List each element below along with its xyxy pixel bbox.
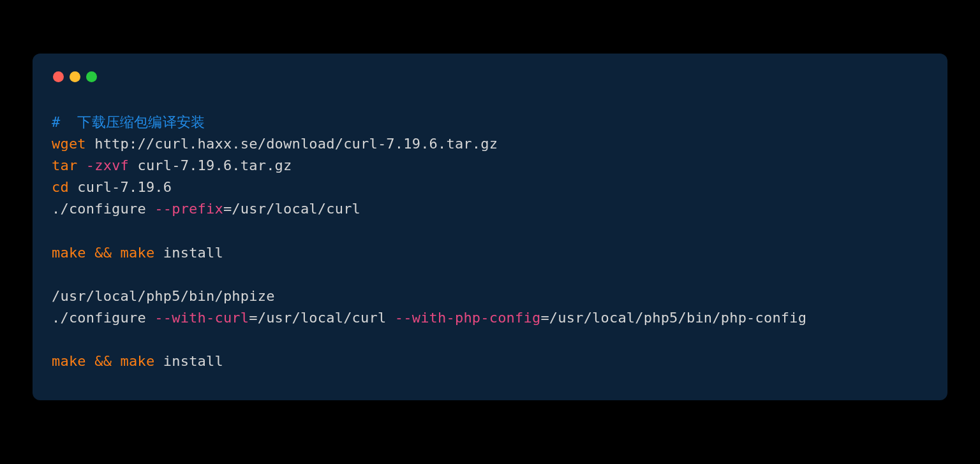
window-close-button[interactable] <box>53 71 64 82</box>
code-token: --with-php-config <box>395 310 541 326</box>
code-token: install <box>154 245 223 261</box>
code-token: && <box>94 353 112 369</box>
code-token <box>52 331 60 347</box>
code-token: && <box>94 245 112 261</box>
window-maximize-button[interactable] <box>86 71 97 82</box>
code-token <box>77 157 85 173</box>
code-token <box>86 245 94 261</box>
code-token: --prefix <box>154 201 223 217</box>
code-token: =/usr/local/curl <box>249 310 395 326</box>
code-token: /usr/local/php5/bin/phpize <box>52 288 275 304</box>
code-token: ./configure <box>52 201 154 217</box>
terminal-window: # 下载压缩包编译安装 wget http://curl.haxx.se/dow… <box>33 54 947 400</box>
code-token: tar <box>52 157 77 173</box>
code-token: make <box>52 353 86 369</box>
code-token <box>52 266 60 282</box>
window-minimize-button[interactable] <box>70 71 80 82</box>
code-token: curl-7.19.6 <box>69 179 172 195</box>
code-token: =/usr/local/php5/bin/php-config <box>540 310 806 326</box>
code-token: http://curl.haxx.se/download/curl-7.19.6… <box>86 136 498 152</box>
code-token <box>86 353 94 369</box>
code-token: --with-curl <box>154 310 249 326</box>
code-token: -zxvf <box>86 157 129 173</box>
code-token: curl-7.19.6.tar.gz <box>129 157 292 173</box>
code-token: =/usr/local/curl <box>223 201 360 217</box>
code-token: wget <box>52 136 86 152</box>
code-token: make <box>121 353 155 369</box>
code-token: make <box>52 245 86 261</box>
code-token <box>112 245 120 261</box>
code-token <box>112 353 120 369</box>
code-block[interactable]: # 下载压缩包编译安装 wget http://curl.haxx.se/dow… <box>52 112 928 372</box>
code-token: install <box>154 353 223 369</box>
code-token <box>52 222 60 238</box>
code-token: make <box>121 245 155 261</box>
window-controls <box>52 71 928 82</box>
code-token: # 下载压缩包编译安装 <box>52 114 205 130</box>
code-token: ./configure <box>52 310 154 326</box>
code-token: cd <box>52 179 69 195</box>
